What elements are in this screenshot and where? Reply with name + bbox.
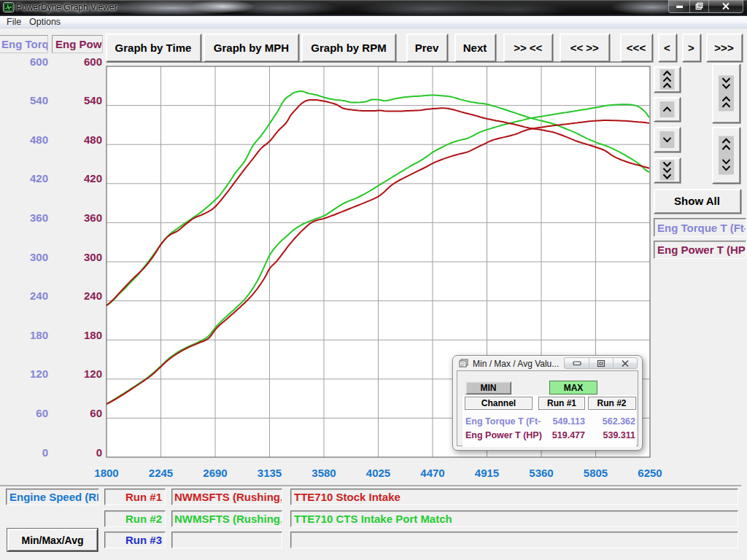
svg-text:540: 540 xyxy=(30,94,48,106)
svg-text:600: 600 xyxy=(30,55,48,68)
svg-text:1800: 1800 xyxy=(94,467,118,479)
svg-text:4025: 4025 xyxy=(366,467,390,479)
svg-text:360: 360 xyxy=(30,211,48,224)
svg-text:540: 540 xyxy=(84,94,102,106)
svg-text:120: 120 xyxy=(30,368,48,380)
svg-text:300: 300 xyxy=(30,251,48,263)
svg-text:3580: 3580 xyxy=(311,467,336,479)
svg-text:5360: 5360 xyxy=(529,467,553,479)
svg-text:300: 300 xyxy=(84,251,102,263)
svg-text:0: 0 xyxy=(96,446,102,459)
svg-text:180: 180 xyxy=(84,329,102,341)
svg-text:6250: 6250 xyxy=(638,467,662,479)
svg-text:240: 240 xyxy=(84,289,102,302)
svg-text:240: 240 xyxy=(30,289,48,302)
svg-text:600: 600 xyxy=(84,55,102,68)
svg-text:60: 60 xyxy=(36,407,48,419)
svg-text:4915: 4915 xyxy=(475,467,499,479)
svg-text:360: 360 xyxy=(84,211,102,224)
svg-text:420: 420 xyxy=(84,172,102,184)
svg-text:420: 420 xyxy=(30,172,48,184)
svg-text:120: 120 xyxy=(84,368,102,380)
svg-text:480: 480 xyxy=(84,133,102,146)
svg-text:0: 0 xyxy=(42,446,48,459)
svg-text:480: 480 xyxy=(30,133,48,146)
svg-text:2245: 2245 xyxy=(149,467,173,479)
svg-text:3135: 3135 xyxy=(258,467,282,479)
svg-text:60: 60 xyxy=(90,407,102,419)
svg-text:2690: 2690 xyxy=(203,467,227,479)
svg-text:180: 180 xyxy=(30,329,48,341)
svg-text:5805: 5805 xyxy=(584,467,608,479)
svg-text:4470: 4470 xyxy=(420,467,444,479)
